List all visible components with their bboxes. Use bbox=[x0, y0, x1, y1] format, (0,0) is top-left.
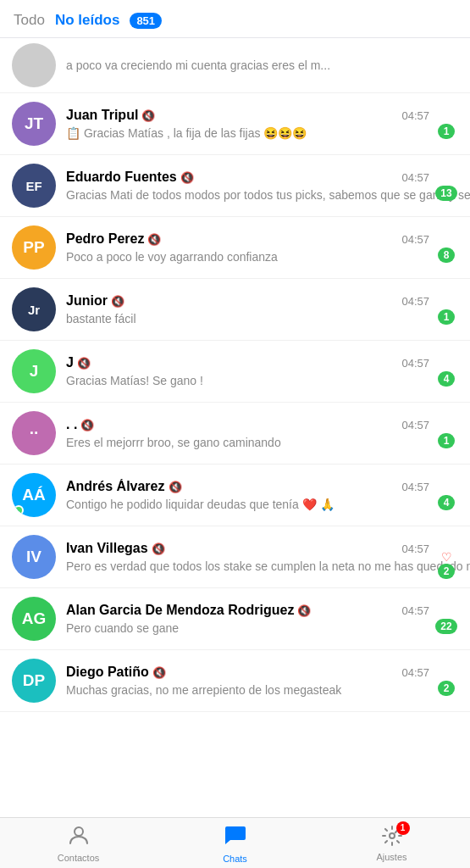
chat-item[interactable]: AG Alan Garcia De Mendoza Rodriguez🔇 04:… bbox=[0, 588, 470, 650]
chat-name: Eduardo Fuentes🔇 bbox=[66, 170, 194, 185]
chat-preview: Poco a poco le voy agarrando confianza bbox=[66, 250, 278, 264]
avatar-initials: IV bbox=[26, 548, 41, 566]
chat-name: Ivan Villegas🔇 bbox=[66, 541, 165, 556]
chat-item[interactable]: EF Eduardo Fuentes🔇 04:57 Gracias Mati d… bbox=[0, 155, 470, 217]
avatar-initials: PP bbox=[23, 238, 44, 257]
chat-top: Juan Tripul🔇 04:57 bbox=[66, 108, 429, 123]
chat-time: 04:57 bbox=[401, 357, 429, 370]
chat-item[interactable]: DP Diego Patiño🔇 04:57 Muchas gracias, n… bbox=[0, 650, 470, 712]
avatar-initials: J bbox=[30, 362, 39, 381]
avatar: AG bbox=[12, 597, 56, 641]
chat-content: Eduardo Fuentes🔇 04:57 Gracias Mati de t… bbox=[66, 170, 429, 203]
chat-item[interactable]: Jr Junior🔇 04:57 bastante fácil 1 bbox=[0, 279, 470, 341]
tab-all[interactable]: Todo bbox=[14, 12, 45, 29]
chat-top: Ivan Villegas🔇 04:57 bbox=[66, 541, 429, 556]
mute-icon: 🔇 bbox=[80, 419, 94, 431]
chat-content: Pedro Perez🔇 04:57 Poco a poco le voy ag… bbox=[66, 231, 429, 264]
avatar: DP bbox=[12, 659, 56, 703]
header-tabs: Todo No leídos 851 bbox=[0, 0, 470, 38]
nav-chats[interactable]: Chats bbox=[157, 823, 313, 864]
nav-settings[interactable]: 1 Ajustes bbox=[313, 825, 470, 862]
chat-badge: 1 bbox=[438, 309, 455, 325]
chats-icon bbox=[224, 823, 247, 852]
chat-badge: 2 bbox=[438, 681, 455, 696]
tab-unread[interactable]: No leídos bbox=[55, 12, 120, 29]
chat-badge: 2 bbox=[438, 564, 455, 579]
chat-badge-wrap: 13 bbox=[434, 170, 458, 201]
mute-icon: 🔇 bbox=[147, 233, 161, 246]
avatar-initials: DP bbox=[23, 671, 45, 690]
chat-content: Ivan Villegas🔇 04:57 Pero es verdad que … bbox=[66, 541, 429, 574]
avatar: J bbox=[12, 349, 56, 393]
avatar: AÁ bbox=[12, 473, 56, 517]
chat-badge-wrap: 22 bbox=[434, 604, 458, 634]
chat-top: Alan Garcia De Mendoza Rodriguez🔇 04:57 bbox=[66, 603, 429, 618]
svg-point-1 bbox=[390, 833, 395, 838]
chat-list: JT Juan Tripul🔇 04:57 📋 Gracias Matías ,… bbox=[0, 93, 470, 712]
mute-icon: 🔇 bbox=[141, 109, 155, 122]
chat-badge-wrap: 2 bbox=[434, 665, 458, 696]
chat-badge-wrap: 1 bbox=[434, 418, 458, 448]
chat-preview: Gracias Mati de todos modos por todos tu… bbox=[66, 188, 470, 202]
chat-preview: Pero es verdad que todos los stake se cu… bbox=[66, 559, 470, 573]
chat-time: 04:57 bbox=[401, 481, 429, 493]
chat-content: J🔇 04:57 Gracias Matías! Se gano ! bbox=[66, 355, 429, 388]
mute-icon: 🔇 bbox=[77, 357, 91, 370]
chat-badge: 22 bbox=[435, 619, 456, 634]
chat-content: Diego Patiño🔇 04:57 Muchas gracias, no m… bbox=[66, 665, 429, 698]
avatar-initials: ·· bbox=[30, 424, 39, 442]
chat-preview: Eres el mejorrr broo, se gano caminando bbox=[66, 436, 281, 449]
avatar: JT bbox=[12, 102, 56, 146]
avatar: PP bbox=[12, 225, 56, 270]
avatar: ·· bbox=[12, 411, 56, 455]
chat-item[interactable]: AÁ Andrés Álvarez🔇 04:57 Contigo he podi… bbox=[0, 465, 470, 526]
avatar-initials: JT bbox=[25, 114, 43, 133]
svg-point-0 bbox=[75, 827, 83, 836]
mute-icon: 🔇 bbox=[111, 295, 124, 308]
settings-label: Ajustes bbox=[376, 852, 406, 862]
chat-preview: bastante fácil bbox=[66, 312, 136, 326]
avatar: EF bbox=[12, 164, 56, 208]
settings-badge-wrap: 1 bbox=[381, 825, 403, 852]
mute-icon: 🔇 bbox=[297, 604, 311, 617]
chat-badge: 4 bbox=[438, 371, 455, 387]
nav-contacts[interactable]: Contactos bbox=[0, 824, 157, 863]
avatar-initials: EF bbox=[25, 179, 41, 193]
chat-top: Eduardo Fuentes🔇 04:57 bbox=[66, 170, 429, 185]
chat-time: 04:57 bbox=[401, 419, 429, 431]
chat-time: 04:57 bbox=[401, 542, 429, 555]
chat-name: J🔇 bbox=[66, 355, 91, 370]
chat-item[interactable]: J J🔇 04:57 Gracias Matías! Se gano ! 4 bbox=[0, 341, 470, 403]
chat-preview: Contigo he podido liquidar deudas que te… bbox=[66, 498, 335, 511]
chat-content: Junior🔇 04:57 bastante fácil bbox=[66, 293, 429, 326]
chat-badge-wrap: 4 bbox=[434, 356, 458, 387]
chat-name: Diego Patiño🔇 bbox=[66, 665, 166, 680]
top-preview-item[interactable]: a poco va creciendo mi cuenta gracias er… bbox=[0, 38, 470, 93]
chat-name: . .🔇 bbox=[66, 417, 94, 432]
chat-top: Pedro Perez🔇 04:57 bbox=[66, 231, 429, 247]
chat-item[interactable]: ·· . .🔇 04:57 Eres el mejorrr broo, se g… bbox=[0, 403, 470, 465]
chat-content: Andrés Álvarez🔇 04:57 Contigo he podido … bbox=[66, 479, 429, 512]
avatar-initials: AG bbox=[22, 609, 47, 628]
chat-badge-wrap: 1 bbox=[434, 108, 458, 139]
avatar-initials: AÁ bbox=[22, 486, 45, 504]
chat-item[interactable]: IV Ivan Villegas🔇 04:57 Pero es verdad q… bbox=[0, 526, 470, 588]
chat-name: Junior🔇 bbox=[66, 293, 124, 309]
chat-time: 04:57 bbox=[401, 295, 429, 308]
chat-time: 04:57 bbox=[401, 233, 429, 246]
chat-item[interactable]: PP Pedro Perez🔇 04:57 Poco a poco le voy… bbox=[0, 217, 470, 279]
settings-badge: 1 bbox=[396, 821, 410, 835]
mute-icon: 🔇 bbox=[180, 171, 194, 184]
chat-name: Alan Garcia De Mendoza Rodriguez🔇 bbox=[66, 603, 311, 618]
chat-preview: Muchas gracias, no me arrepiento de los … bbox=[66, 683, 341, 697]
chat-preview: Gracias Matías! Se gano ! bbox=[66, 374, 203, 387]
chat-badge-wrap: 4 bbox=[434, 480, 458, 510]
chat-item[interactable]: JT Juan Tripul🔇 04:57 📋 Gracias Matías ,… bbox=[0, 93, 470, 155]
top-preview-text: a poco va creciendo mi cuenta gracias er… bbox=[66, 58, 330, 72]
chat-badge-wrap: 1 bbox=[434, 294, 458, 325]
mute-icon: 🔇 bbox=[169, 481, 182, 493]
chat-badge-wrap: ♡ 2 bbox=[434, 535, 458, 579]
chat-preview: Pero cuando se gane bbox=[66, 621, 179, 635]
chat-top: . .🔇 04:57 bbox=[66, 417, 429, 432]
chat-top: J🔇 04:57 bbox=[66, 355, 429, 370]
